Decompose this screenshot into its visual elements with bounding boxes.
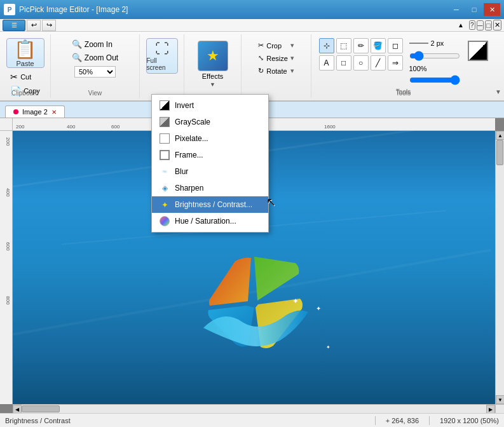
tab-modified-indicator [13, 109, 18, 114]
scroll-left-button[interactable]: ◀ [13, 405, 22, 413]
rotate-label: Rotate [266, 67, 287, 75]
scroll-v-track[interactable] [496, 140, 504, 395]
status-separator-2 [429, 416, 430, 425]
cut-icon: ✂ [10, 72, 18, 82]
restore-button[interactable]: □ [466, 3, 482, 16]
scroll-corner [495, 404, 504, 413]
cut-label: Cut [20, 73, 31, 81]
eraser-tool[interactable]: ◻ [388, 38, 403, 53]
frame-label: Frame... [175, 151, 203, 159]
undo-button[interactable]: ↩ [27, 20, 41, 31]
status-separator-1 [375, 416, 376, 425]
arrow-tool[interactable]: ⇒ [388, 55, 403, 71]
titlebar-close[interactable]: ✕ [493, 20, 501, 30]
image-tab[interactable]: Image 2 ✕ [5, 105, 65, 118]
clipboard-group: 📋 Paste ✂ Cut 📄 Copy Clipboard [0, 34, 51, 98]
paste-button[interactable]: 📋 Paste [6, 38, 44, 68]
close-button[interactable]: ✕ [484, 3, 500, 16]
title-bar: P PicPick Image Editor - [Image 2] ─ □ ✕ [0, 0, 504, 19]
menu-item-grayscale[interactable]: GrayScale [152, 114, 268, 130]
pixelate-label: Pixelate... [175, 134, 208, 143]
fullscreen-icon: ⛶ [155, 41, 169, 57]
sharpen-label: Sharpen [175, 184, 203, 193]
menu-item-pixelate[interactable]: Pixelate... [152, 130, 268, 147]
cut-button[interactable]: ✂ Cut [8, 71, 43, 83]
ribbon: 📋 Paste ✂ Cut 📄 Copy Clipboard 🔍 Zoom In… [0, 32, 504, 102]
crop-button[interactable]: ✂ Crop ▾ [254, 39, 298, 51]
scroll-h-track[interactable] [22, 405, 486, 413]
zoom-buttons: 🔍 Zoom In 🔍 Zoom Out [69, 38, 121, 64]
minimize-button[interactable]: ─ [448, 3, 465, 16]
line-tool[interactable]: ╱ [371, 55, 386, 71]
menu-item-brightness[interactable]: ✦ Brightness / Contrast... [152, 196, 268, 213]
ribbon-expand-button[interactable]: ▼ [495, 88, 501, 95]
size-label: 2 px [431, 39, 444, 47]
fill-tool[interactable]: 🪣 [371, 38, 386, 53]
effects-button[interactable]: Effects [195, 38, 231, 83]
zoom-select[interactable]: 50% 100% 150% 200% [74, 66, 116, 78]
status-bar: Brightness / Contrast + 264, 836 1920 x … [0, 413, 504, 427]
size-slider[interactable] [409, 50, 460, 62]
status-effect-name: Brightness / Contrast [5, 417, 375, 424]
crop-label: Crop [266, 42, 282, 50]
ellipse-tool[interactable]: ○ [353, 55, 369, 71]
view-group-label: View [51, 90, 139, 97]
zoom-in-icon: 🔍 [72, 39, 82, 49]
marquee-tool[interactable]: ⬚ [336, 38, 351, 53]
grayscale-label: GrayScale [175, 118, 210, 126]
window-controls: ─ □ ✕ [448, 3, 500, 16]
effects-label: Effects [202, 72, 223, 80]
selection-tool[interactable]: ⊹ [319, 38, 334, 53]
redo-button[interactable]: ↪ [42, 20, 56, 31]
menu-item-invert[interactable]: Invert [152, 97, 268, 114]
scroll-v-thumb[interactable] [496, 140, 503, 165]
status-right: + 264, 836 1920 x 1200 (50%) [375, 416, 499, 425]
help-button[interactable]: ? [469, 20, 475, 30]
titlebar-max[interactable]: □ [485, 20, 492, 30]
tools-label: Tools [311, 90, 495, 97]
fullscreen-button[interactable]: ⛶ Full screen [146, 38, 178, 74]
menu-item-sharpen[interactable]: ◈ Sharpen [152, 180, 268, 196]
resize-button[interactable]: ⤡ Resize ▾ [254, 52, 298, 64]
crop-arrow-icon: ▾ [290, 41, 294, 50]
zoom-in-button[interactable]: 🔍 Zoom In [69, 38, 121, 50]
effects-dropdown-arrow[interactable]: ▼ [210, 81, 215, 88]
menu-item-hue[interactable]: Hue / Saturation... [152, 213, 268, 229]
menu-item-blur[interactable]: ~ Blur [152, 163, 268, 180]
opacity-slider[interactable] [409, 75, 460, 85]
effects-dropdown-menu: Invert GrayScale Pixelate... Frame... ~ … [151, 94, 269, 233]
rect-tool[interactable]: □ [336, 55, 351, 71]
brightness-label: Brightness / Contrast... [175, 200, 252, 209]
lasso-tool[interactable]: ✏ [353, 38, 369, 53]
titlebar-min[interactable]: ─ [477, 20, 484, 30]
blur-icon: ~ [160, 166, 170, 177]
text-tool[interactable]: A [319, 55, 334, 71]
ribbon-minimize-button[interactable]: ▲ [454, 20, 468, 31]
tab-close-button[interactable]: ✕ [51, 109, 57, 116]
app-menu-button[interactable]: ☰ [3, 20, 25, 31]
rotate-button[interactable]: ↻ Rotate ▾ [254, 65, 298, 77]
hue-label: Hue / Saturation... [175, 217, 236, 226]
horizontal-scrollbar[interactable]: ◀ ▶ [13, 404, 495, 413]
menu-item-frame[interactable]: Frame... [152, 147, 268, 163]
zoom-out-button[interactable]: 🔍 Zoom Out [69, 51, 121, 64]
paste-label: Paste [16, 60, 34, 67]
scroll-right-button[interactable]: ▶ [486, 405, 495, 413]
zoom-out-icon: 🔍 [72, 53, 82, 62]
size-row: 2 px [409, 39, 460, 47]
scroll-h-thumb[interactable] [22, 405, 60, 412]
paste-icon: 📋 [14, 39, 36, 60]
scroll-up-button[interactable]: ▲ [496, 131, 504, 140]
pixelate-icon [160, 133, 170, 144]
tools-group: ⊹ ⬚ ✏ 🪣 ◻ A □ ○ ╱ ⇒ 2 px [311, 34, 495, 98]
sparkle-3: ✦ [292, 297, 299, 306]
transform-buttons: ✂ Crop ▾ ⤡ Resize ▾ ↻ Rotate ▾ [254, 39, 298, 77]
scroll-down-button[interactable]: ▼ [496, 395, 504, 404]
vertical-scrollbar[interactable]: ▲ ▼ [495, 131, 504, 404]
grayscale-icon [160, 117, 170, 127]
vertical-ruler: 200 400 600 800 [0, 131, 13, 404]
size-preview [409, 43, 428, 44]
color-swatch[interactable] [468, 41, 488, 61]
brightness-icon: ✦ [160, 200, 170, 210]
coordinates-label: + 264, 836 [386, 417, 419, 424]
